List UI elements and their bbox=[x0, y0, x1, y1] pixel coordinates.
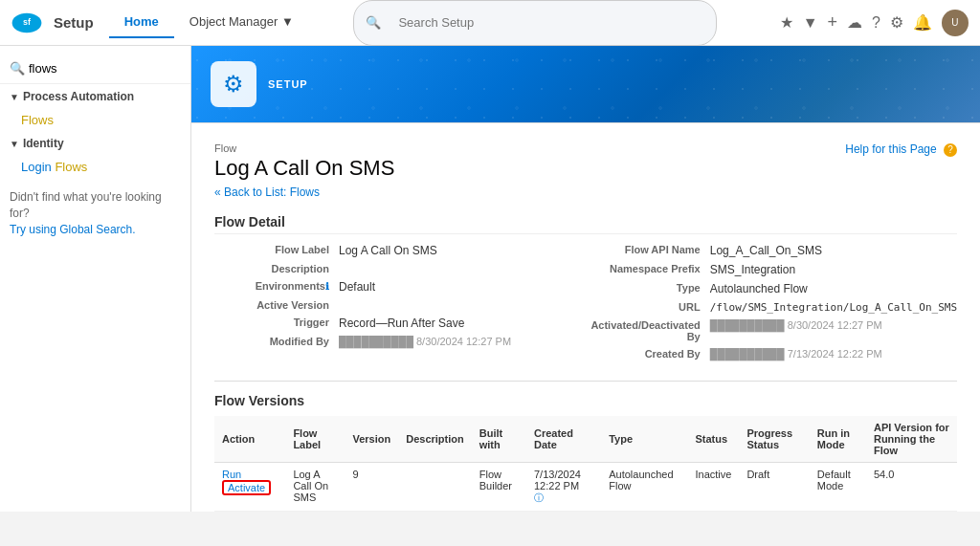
global-search-input[interactable] bbox=[398, 15, 704, 30]
field-label-namespace: Namespace Prefix bbox=[586, 263, 710, 276]
flow-title: Log A Call On SMS bbox=[214, 156, 957, 181]
field-value-created-by: ██████████ 7/13/2024 12:22 PM bbox=[710, 348, 957, 360]
nav-home[interactable]: Home bbox=[109, 7, 174, 38]
avatar[interactable]: U bbox=[942, 10, 969, 36]
sidebar-search-input[interactable]: flows bbox=[29, 61, 181, 76]
sidebar-item-login-flows[interactable]: Login Flows bbox=[0, 156, 190, 178]
info-icon-env: ℹ bbox=[325, 281, 329, 292]
col-flow-label: Flow Label bbox=[285, 416, 345, 463]
field-value-url: /flow/SMS_Integration/Log_A_Call_On_SMS bbox=[710, 301, 957, 314]
main-layout: 🔍 flows ▼ Process Automation Flows ▼ Ide… bbox=[0, 46, 980, 512]
star-icon[interactable]: ★ bbox=[780, 13, 793, 32]
run-version-link[interactable]: Run bbox=[222, 469, 241, 480]
cell-created-date: 7/13/2024 12:22 PM ⓘ bbox=[526, 463, 601, 512]
col-action: Action bbox=[214, 416, 285, 463]
detail-row-namespace: Namespace Prefix SMS_Integration bbox=[586, 263, 957, 276]
field-label-trigger: Trigger bbox=[214, 317, 339, 330]
bell-icon[interactable]: 🔔 bbox=[913, 13, 932, 32]
detail-row-created-by: Created By ██████████ 7/13/2024 12:22 PM bbox=[586, 348, 957, 360]
detail-row-description: Description bbox=[214, 263, 586, 274]
col-status: Status bbox=[687, 416, 739, 463]
field-label-url: URL bbox=[586, 301, 710, 314]
content-area: ⚙ SETUP Help for this Page ? Flow Log A … bbox=[191, 46, 980, 512]
field-value-modified-by: ██████████ 8/30/2024 12:27 PM bbox=[339, 336, 586, 347]
table-header-row: Action Flow Label Version Description Bu… bbox=[214, 416, 957, 463]
cell-action: Run Activate bbox=[214, 463, 285, 512]
detail-row-activated-by: Activated/Deactivated By ██████████ 8/30… bbox=[586, 319, 957, 342]
plus-icon[interactable]: + bbox=[828, 12, 838, 33]
sidebar-item-flows-highlight: Flows bbox=[55, 160, 87, 174]
chevron-icon: ▼ bbox=[281, 14, 294, 29]
field-value-active-version bbox=[339, 299, 586, 311]
global-search-link[interactable]: Try using Global Search. bbox=[10, 223, 136, 236]
field-label-active-version: Active Version bbox=[214, 299, 339, 311]
field-label-flow-label: Flow Label bbox=[214, 244, 339, 257]
sidebar-section-identity[interactable]: ▼ Identity bbox=[0, 131, 190, 156]
field-value-type: Autolaunched Flow bbox=[710, 282, 957, 295]
col-created-date: Created Date bbox=[526, 416, 601, 463]
cell-description bbox=[398, 463, 472, 512]
cell-flow-label: Log A Call On SMS bbox=[285, 463, 345, 512]
cell-api-version: 54.0 bbox=[866, 463, 957, 512]
help-link[interactable]: Help for this Page ? bbox=[845, 142, 957, 157]
col-description: Description bbox=[398, 416, 472, 463]
chevron-down-icon: ▼ bbox=[10, 92, 19, 102]
flow-versions-section: Flow Versions Action Flow Label Version … bbox=[214, 381, 957, 512]
nav-object-manager[interactable]: Object Manager ▼ bbox=[174, 7, 309, 38]
salesforce-logo: sf bbox=[11, 8, 42, 38]
dropdown-icon[interactable]: ▼ bbox=[803, 14, 818, 32]
setup-label: Setup bbox=[54, 14, 94, 31]
top-nav: sf Setup Home Object Manager ▼ 🔍 ★ ▼ + ☁… bbox=[0, 0, 980, 46]
setup-header: ⚙ SETUP bbox=[191, 46, 980, 122]
field-value-activated-by: ██████████ 8/30/2024 12:27 PM bbox=[710, 319, 957, 342]
search-icon: 🔍 bbox=[366, 15, 381, 30]
field-label-environments: Environmentsℹ bbox=[214, 280, 339, 294]
back-to-list-link[interactable]: « Back to List: Flows bbox=[214, 186, 320, 199]
chevron-down-icon-2: ▼ bbox=[10, 139, 19, 149]
detail-section-title: Flow Detail bbox=[214, 214, 957, 234]
gear-icon: ⚙ bbox=[223, 71, 244, 98]
cell-progress-status: Draft bbox=[739, 463, 809, 512]
setup-header-label: SETUP bbox=[268, 78, 308, 90]
svg-text:sf: sf bbox=[23, 17, 31, 27]
sidebar-section-process-automation[interactable]: ▼ Process Automation bbox=[0, 84, 190, 109]
field-label-api-name: Flow API Name bbox=[586, 244, 710, 257]
sidebar-item-flows-label: Flows bbox=[21, 113, 54, 127]
flow-detail-section: Edit Run Flow Detail Flow Label Log A Ca… bbox=[214, 214, 957, 365]
sidebar-section-label-identity: Identity bbox=[23, 137, 64, 150]
field-label-activated-by: Activated/Deactivated By bbox=[586, 319, 710, 342]
cloud-icon[interactable]: ☁ bbox=[847, 13, 862, 32]
settings-icon[interactable]: ⚙ bbox=[890, 13, 903, 32]
field-value-description bbox=[339, 263, 586, 274]
detail-row-type: Type Autolaunched Flow bbox=[586, 282, 957, 295]
col-api-version: API Version for Running the Flow bbox=[866, 416, 957, 463]
setup-icon-box: ⚙ bbox=[211, 61, 256, 107]
question-icon[interactable]: ? bbox=[872, 14, 880, 32]
detail-row-flow-label: Flow Label Log A Call On SMS bbox=[214, 244, 586, 257]
activate-version-button[interactable]: Activate bbox=[222, 480, 271, 495]
help-link-text: Help for this Page bbox=[845, 142, 936, 156]
detail-row-trigger: Trigger Record—Run After Save bbox=[214, 317, 586, 330]
field-label-created-by: Created By bbox=[586, 348, 710, 360]
flow-detail-grid: Flow Label Log A Call On SMS Description… bbox=[214, 244, 957, 365]
detail-row-modified-by: Modified By ██████████ 8/30/2024 12:27 P… bbox=[214, 336, 586, 347]
detail-left-column: Flow Label Log A Call On SMS Description… bbox=[214, 244, 586, 365]
detail-row-environments: Environmentsℹ Default bbox=[214, 280, 586, 294]
sidebar-item-flows[interactable]: Flows bbox=[0, 109, 190, 131]
field-value-trigger: Record—Run After Save bbox=[339, 317, 586, 330]
col-built-with: Built with bbox=[472, 416, 526, 463]
col-version: Version bbox=[345, 416, 398, 463]
flow-versions-title: Flow Versions bbox=[214, 393, 957, 408]
field-value-namespace: SMS_Integration bbox=[710, 263, 957, 276]
sidebar-section-label-process-automation: Process Automation bbox=[23, 90, 134, 103]
nav-icons-area: ★ ▼ + ☁ ? ⚙ 🔔 U bbox=[780, 10, 969, 36]
col-progress-status: Progress Status bbox=[739, 416, 809, 463]
sidebar-search-area[interactable]: 🔍 flows bbox=[0, 54, 190, 84]
field-label-modified-by: Modified By bbox=[214, 336, 339, 347]
help-icon: ? bbox=[944, 143, 957, 157]
sidebar: 🔍 flows ▼ Process Automation Flows ▼ Ide… bbox=[0, 46, 191, 512]
field-label-description: Description bbox=[214, 263, 339, 274]
col-type: Type bbox=[601, 416, 687, 463]
global-search-bar[interactable]: 🔍 bbox=[353, 0, 717, 46]
field-label-type: Type bbox=[586, 282, 710, 295]
